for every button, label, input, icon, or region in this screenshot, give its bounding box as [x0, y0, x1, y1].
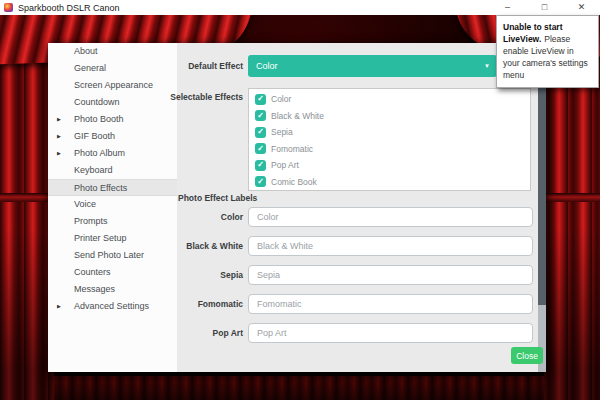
photo-effects-page: Default Effect Color ▼ Selectable Effect… — [177, 43, 546, 372]
scrollbar-track[interactable] — [538, 43, 546, 372]
sidebar-item-gif-booth[interactable]: ▶GIF Booth — [48, 128, 177, 145]
photo-effect-labels-heading: Photo Effect Labels — [178, 193, 257, 203]
effect-option-color[interactable]: ✓Color — [255, 91, 530, 108]
fomomatic-field-label: Fomomatic — [198, 294, 243, 314]
curtain-left — [0, 15, 54, 400]
checkbox-checked-icon[interactable]: ✓ — [255, 94, 266, 105]
sidebar-item-countdown[interactable]: ▶Countdown — [48, 94, 177, 111]
checkbox-checked-icon[interactable]: ✓ — [255, 160, 266, 171]
selectable-effects-label: Selectable Effects — [170, 92, 243, 102]
black-white-field-label: Black & White — [186, 236, 243, 256]
effect-option-black-white[interactable]: ✓Black & White — [255, 108, 530, 125]
chevron-down-icon: ▼ — [484, 55, 490, 77]
window-controls: – □ ✕ — [489, 0, 600, 15]
sepia-field-label: Sepia — [220, 265, 243, 285]
settings-sidebar: ▶About ▶General ▶Screen Appearance ▶Coun… — [48, 43, 177, 372]
close-button[interactable]: Close — [511, 347, 543, 364]
sidebar-item-photo-booth[interactable]: ▶Photo Booth — [48, 111, 177, 128]
expand-arrow-icon: ▶ — [57, 298, 61, 315]
expand-arrow-icon: ▶ — [57, 128, 61, 145]
expand-arrow-icon: ▶ — [57, 111, 61, 128]
sidebar-item-screen-appearance[interactable]: ▶Screen Appearance — [48, 77, 177, 94]
expand-arrow-icon: ▶ — [57, 145, 61, 162]
app-window: Sparkbooth DSLR Canon – □ ✕ ▶About ▶Gene… — [0, 0, 600, 400]
curtain-tieback-left — [0, 193, 54, 202]
effect-option-fomomatic[interactable]: ✓Fomomatic — [255, 141, 530, 158]
sidebar-item-photo-album[interactable]: ▶Photo Album — [48, 145, 177, 162]
checkbox-checked-icon[interactable]: ✓ — [255, 176, 266, 187]
color-field-label: Color — [221, 207, 243, 227]
sidebar-item-counters[interactable]: ▶Counters — [48, 264, 177, 281]
default-effect-value: Color — [256, 61, 278, 71]
sidebar-item-printer-setup[interactable]: ▶Printer Setup — [48, 230, 177, 247]
sidebar-item-messages[interactable]: ▶Messages — [48, 281, 177, 298]
checkbox-checked-icon[interactable]: ✓ — [255, 127, 266, 138]
default-effect-dropdown[interactable]: Color ▼ — [248, 55, 497, 77]
curtain-bottom — [0, 374, 600, 400]
sidebar-item-prompts[interactable]: ▶Prompts — [48, 213, 177, 230]
close-window-button[interactable]: ✕ — [563, 0, 600, 15]
default-effect-label: Default Effect — [188, 55, 243, 77]
sepia-label-input[interactable] — [248, 265, 533, 285]
sidebar-item-keyboard[interactable]: ▶Keyboard — [48, 162, 177, 179]
effect-option-comic-book[interactable]: ✓Comic Book — [255, 174, 530, 191]
checkbox-checked-icon[interactable]: ✓ — [255, 110, 266, 121]
maximize-button[interactable]: □ — [526, 0, 563, 15]
title-bar: Sparkbooth DSLR Canon – □ ✕ — [0, 0, 600, 15]
window-title: Sparkbooth DSLR Canon — [18, 3, 120, 13]
selectable-effects-list: ✓Color ✓Black & White ✓Sepia ✓Fomomatic … — [248, 88, 531, 191]
liveview-notification: Unable to start LiveView.Please enable L… — [496, 15, 599, 88]
sidebar-item-about[interactable]: ▶About — [48, 43, 177, 60]
sidebar-item-send-photo-later[interactable]: ▶Send Photo Later — [48, 247, 177, 264]
effect-option-pop-art[interactable]: ✓Pop Art — [255, 157, 530, 174]
effect-option-sepia[interactable]: ✓Sepia — [255, 124, 530, 141]
sidebar-item-general[interactable]: ▶General — [48, 60, 177, 77]
sidebar-item-photo-effects[interactable]: ▶Photo Effects — [48, 179, 177, 196]
color-label-input[interactable] — [248, 207, 533, 227]
app-icon — [4, 3, 13, 12]
fomomatic-label-input[interactable] — [248, 294, 533, 314]
curtain-tieback-right — [544, 193, 600, 202]
minimize-button[interactable]: – — [489, 0, 526, 15]
checkbox-checked-icon[interactable]: ✓ — [255, 143, 266, 154]
sidebar-item-voice[interactable]: ▶Voice — [48, 196, 177, 213]
sidebar-item-advanced-settings[interactable]: ▶Advanced Settings — [48, 298, 177, 315]
pop-art-field-label: Pop Art — [213, 323, 243, 343]
pop-art-label-input[interactable] — [248, 323, 533, 343]
black-white-label-input[interactable] — [248, 236, 533, 256]
settings-panel: ▶About ▶General ▶Screen Appearance ▶Coun… — [48, 43, 546, 372]
